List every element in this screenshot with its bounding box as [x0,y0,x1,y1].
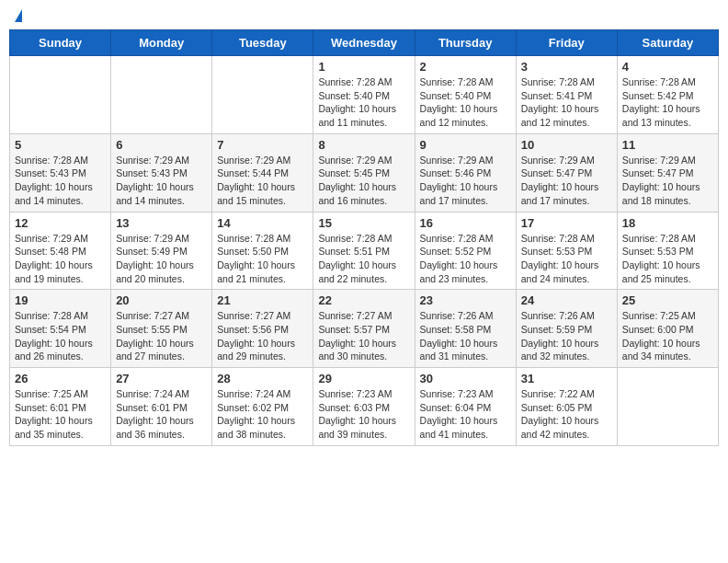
calendar-cell: 26Sunrise: 7:25 AM Sunset: 6:01 PM Dayli… [10,368,111,446]
cell-date-number: 17 [521,216,612,230]
cell-sun-info: Sunrise: 7:28 AM Sunset: 5:40 PM Dayligh… [420,75,511,130]
calendar-cell: 23Sunrise: 7:26 AM Sunset: 5:58 PM Dayli… [415,290,516,368]
cell-date-number: 1 [318,60,409,74]
cell-sun-info: Sunrise: 7:29 AM Sunset: 5:44 PM Dayligh… [217,154,308,208]
calendar-cell: 8Sunrise: 7:29 AM Sunset: 5:45 PM Daylig… [313,133,415,212]
cell-sun-info: Sunrise: 7:28 AM Sunset: 5:50 PM Dayligh… [217,232,308,286]
calendar-cell: 9Sunrise: 7:29 AM Sunset: 5:46 PM Daylig… [415,133,516,212]
calendar-cell: 7Sunrise: 7:29 AM Sunset: 5:44 PM Daylig… [212,133,313,212]
cell-date-number: 6 [116,138,207,152]
calendar-cell: 17Sunrise: 7:28 AM Sunset: 5:53 PM Dayli… [516,212,617,290]
calendar-cell: 11Sunrise: 7:29 AM Sunset: 5:47 PM Dayli… [617,133,718,212]
calendar-cell: 28Sunrise: 7:24 AM Sunset: 6:02 PM Dayli… [212,368,313,446]
calendar-cell: 24Sunrise: 7:26 AM Sunset: 5:59 PM Dayli… [516,290,617,368]
cell-sun-info: Sunrise: 7:29 AM Sunset: 5:45 PM Dayligh… [318,154,409,208]
calendar-cell: 14Sunrise: 7:28 AM Sunset: 5:50 PM Dayli… [212,212,313,290]
logo-icon [15,9,22,22]
calendar-cell [617,368,718,446]
cell-sun-info: Sunrise: 7:28 AM Sunset: 5:51 PM Dayligh… [318,232,409,286]
cell-sun-info: Sunrise: 7:28 AM Sunset: 5:43 PM Dayligh… [15,154,106,208]
cell-date-number: 5 [15,138,106,152]
cell-date-number: 21 [217,293,308,307]
cell-date-number: 29 [318,372,409,385]
weekday-header-monday: Monday [111,30,212,56]
calendar-cell: 31Sunrise: 7:22 AM Sunset: 6:05 PM Dayli… [516,368,617,446]
cell-sun-info: Sunrise: 7:27 AM Sunset: 5:57 PM Dayligh… [318,309,409,363]
cell-sun-info: Sunrise: 7:29 AM Sunset: 5:47 PM Dayligh… [622,154,713,208]
cell-sun-info: Sunrise: 7:28 AM Sunset: 5:53 PM Dayligh… [521,232,612,286]
cell-sun-info: Sunrise: 7:22 AM Sunset: 6:05 PM Dayligh… [521,387,612,442]
calendar-cell: 18Sunrise: 7:28 AM Sunset: 5:53 PM Dayli… [617,212,718,290]
calendar-week-1: 1Sunrise: 7:28 AM Sunset: 5:40 PM Daylig… [10,56,719,134]
cell-date-number: 23 [420,293,511,307]
cell-sun-info: Sunrise: 7:26 AM Sunset: 5:58 PM Dayligh… [420,309,511,363]
page-header [9,9,719,22]
calendar-header-row: SundayMondayTuesdayWednesdayThursdayFrid… [10,30,719,56]
cell-date-number: 18 [622,216,713,230]
cell-date-number: 31 [521,372,612,385]
calendar-cell [111,56,212,134]
weekday-header-thursday: Thursday [415,30,516,56]
cell-sun-info: Sunrise: 7:29 AM Sunset: 5:48 PM Dayligh… [15,232,106,286]
calendar-cell [212,56,313,134]
calendar-cell: 19Sunrise: 7:28 AM Sunset: 5:54 PM Dayli… [10,290,111,368]
cell-sun-info: Sunrise: 7:28 AM Sunset: 5:54 PM Dayligh… [15,309,106,363]
calendar-cell [10,56,111,134]
cell-date-number: 22 [318,293,409,307]
cell-sun-info: Sunrise: 7:24 AM Sunset: 6:02 PM Dayligh… [217,387,308,442]
cell-date-number: 10 [521,138,612,152]
calendar-cell: 10Sunrise: 7:29 AM Sunset: 5:47 PM Dayli… [516,133,617,212]
cell-sun-info: Sunrise: 7:28 AM Sunset: 5:40 PM Dayligh… [318,75,409,130]
cell-date-number: 19 [15,293,106,307]
calendar-cell: 22Sunrise: 7:27 AM Sunset: 5:57 PM Dayli… [313,290,415,368]
calendar-cell: 12Sunrise: 7:29 AM Sunset: 5:48 PM Dayli… [10,212,111,290]
cell-date-number: 16 [420,216,511,230]
cell-date-number: 13 [116,216,207,230]
calendar-cell: 4Sunrise: 7:28 AM Sunset: 5:42 PM Daylig… [617,56,718,134]
calendar-cell: 5Sunrise: 7:28 AM Sunset: 5:43 PM Daylig… [10,133,111,212]
calendar-week-4: 19Sunrise: 7:28 AM Sunset: 5:54 PM Dayli… [10,290,719,368]
cell-date-number: 9 [420,138,511,152]
weekday-header-tuesday: Tuesday [212,30,313,56]
cell-date-number: 2 [420,60,511,74]
cell-sun-info: Sunrise: 7:25 AM Sunset: 6:00 PM Dayligh… [622,309,713,363]
cell-sun-info: Sunrise: 7:29 AM Sunset: 5:47 PM Dayligh… [521,154,612,208]
cell-date-number: 28 [217,372,308,385]
cell-date-number: 3 [521,60,612,74]
cell-date-number: 11 [622,138,713,152]
cell-date-number: 26 [15,372,106,385]
cell-date-number: 20 [116,293,207,307]
calendar-week-3: 12Sunrise: 7:29 AM Sunset: 5:48 PM Dayli… [10,212,719,290]
cell-sun-info: Sunrise: 7:23 AM Sunset: 6:03 PM Dayligh… [318,387,409,442]
cell-sun-info: Sunrise: 7:29 AM Sunset: 5:49 PM Dayligh… [116,232,207,286]
cell-sun-info: Sunrise: 7:28 AM Sunset: 5:41 PM Dayligh… [521,75,612,130]
calendar-cell: 15Sunrise: 7:28 AM Sunset: 5:51 PM Dayli… [313,212,415,290]
calendar-cell: 30Sunrise: 7:23 AM Sunset: 6:04 PM Dayli… [415,368,516,446]
cell-sun-info: Sunrise: 7:28 AM Sunset: 5:52 PM Dayligh… [420,232,511,286]
calendar-table: SundayMondayTuesdayWednesdayThursdayFrid… [9,29,719,446]
cell-date-number: 24 [521,293,612,307]
logo [13,9,22,22]
calendar-cell: 13Sunrise: 7:29 AM Sunset: 5:49 PM Dayli… [111,212,212,290]
cell-sun-info: Sunrise: 7:28 AM Sunset: 5:53 PM Dayligh… [622,232,713,286]
weekday-header-wednesday: Wednesday [313,30,415,56]
cell-date-number: 14 [217,216,308,230]
cell-date-number: 7 [217,138,308,152]
cell-sun-info: Sunrise: 7:27 AM Sunset: 5:56 PM Dayligh… [217,309,308,363]
cell-date-number: 12 [15,216,106,230]
cell-date-number: 30 [420,372,511,385]
cell-date-number: 25 [622,293,713,307]
calendar-week-2: 5Sunrise: 7:28 AM Sunset: 5:43 PM Daylig… [10,133,719,212]
calendar-cell: 27Sunrise: 7:24 AM Sunset: 6:01 PM Dayli… [111,368,212,446]
calendar-cell: 16Sunrise: 7:28 AM Sunset: 5:52 PM Dayli… [415,212,516,290]
cell-date-number: 4 [622,60,713,74]
calendar-cell: 1Sunrise: 7:28 AM Sunset: 5:40 PM Daylig… [313,56,415,134]
calendar-cell: 21Sunrise: 7:27 AM Sunset: 5:56 PM Dayli… [212,290,313,368]
cell-sun-info: Sunrise: 7:29 AM Sunset: 5:43 PM Dayligh… [116,154,207,208]
cell-date-number: 27 [116,372,207,385]
cell-sun-info: Sunrise: 7:28 AM Sunset: 5:42 PM Dayligh… [622,75,713,130]
calendar-cell: 25Sunrise: 7:25 AM Sunset: 6:00 PM Dayli… [617,290,718,368]
calendar-cell: 2Sunrise: 7:28 AM Sunset: 5:40 PM Daylig… [415,56,516,134]
calendar-week-5: 26Sunrise: 7:25 AM Sunset: 6:01 PM Dayli… [10,368,719,446]
cell-sun-info: Sunrise: 7:23 AM Sunset: 6:04 PM Dayligh… [420,387,511,442]
